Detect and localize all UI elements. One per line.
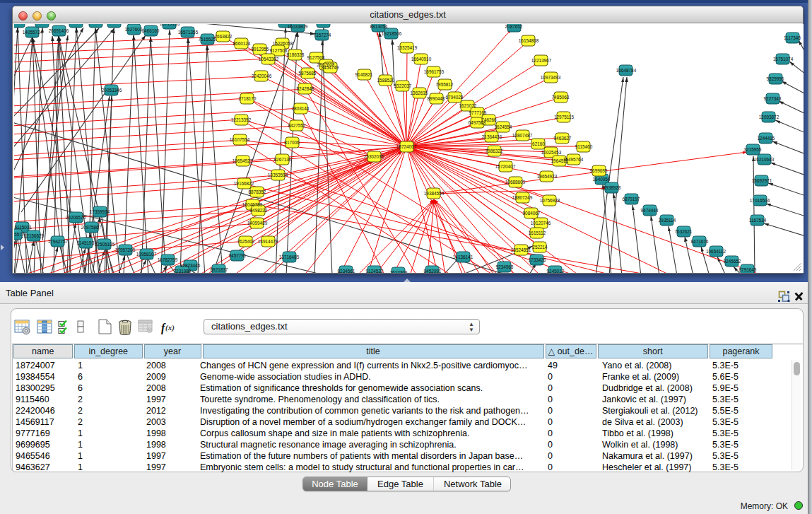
svg-text:7515525: 7515525 xyxy=(199,37,216,42)
svg-text:9457791: 9457791 xyxy=(229,253,247,258)
svg-text:16571355: 16571355 xyxy=(178,30,199,35)
svg-text:1733426: 1733426 xyxy=(529,257,546,262)
svg-text:12823446: 12823446 xyxy=(180,263,201,268)
svg-text:17957205: 17957205 xyxy=(115,247,136,252)
svg-text:10973493: 10973493 xyxy=(541,75,561,80)
svg-text:8186328: 8186328 xyxy=(287,52,305,57)
svg-text:6879197: 6879197 xyxy=(623,197,640,201)
svg-text:(x): (x) xyxy=(165,323,175,332)
svg-text:20975867: 20975867 xyxy=(81,225,102,230)
svg-text:1167534: 1167534 xyxy=(749,218,767,223)
svg-text:3215955: 3215955 xyxy=(744,147,762,152)
svg-text:15226058: 15226058 xyxy=(273,41,293,46)
svg-text:16648784: 16648784 xyxy=(616,68,637,73)
svg-text:1621072: 1621072 xyxy=(459,103,477,108)
svg-text:6794028: 6794028 xyxy=(446,95,464,100)
svg-text:9915577: 9915577 xyxy=(14,232,25,237)
svg-text:18724007: 18724007 xyxy=(396,144,417,149)
svg-text:10807487: 10807487 xyxy=(512,133,533,138)
svg-text:7485063: 7485063 xyxy=(552,95,570,100)
svg-text:10046789: 10046789 xyxy=(242,202,263,207)
svg-text:8660124: 8660124 xyxy=(233,41,251,46)
svg-text:252214: 252214 xyxy=(532,245,548,250)
svg-text:1527602: 1527602 xyxy=(125,27,143,32)
svg-text:12505105: 12505105 xyxy=(95,242,115,247)
svg-text:8791645: 8791645 xyxy=(739,267,757,272)
svg-text:1117345: 1117345 xyxy=(784,35,801,40)
svg-text:10120746: 10120746 xyxy=(531,221,551,226)
svg-text:1588520: 1588520 xyxy=(377,78,395,83)
svg-text:17942757: 17942757 xyxy=(48,239,69,244)
svg-text:22420046: 22420046 xyxy=(252,74,272,78)
svg-text:19654923: 19654923 xyxy=(537,174,558,179)
svg-text:12213392: 12213392 xyxy=(231,117,252,122)
svg-text:817006: 817006 xyxy=(284,140,300,145)
svg-text:7625402: 7625402 xyxy=(237,239,255,244)
svg-text:8912955: 8912955 xyxy=(252,47,269,52)
svg-text:1244415: 1244415 xyxy=(758,136,775,141)
svg-text:9227343: 9227343 xyxy=(764,96,782,101)
svg-text:9127508: 9127508 xyxy=(307,55,325,60)
svg-text:8234561: 8234561 xyxy=(338,269,355,273)
svg-text:19218506: 19218506 xyxy=(382,31,402,36)
svg-text:13716485: 13716485 xyxy=(279,255,300,259)
svg-text:16115001: 16115001 xyxy=(66,24,86,25)
svg-text:16210643: 16210643 xyxy=(754,157,775,162)
svg-text:12156829: 12156829 xyxy=(24,233,45,238)
svg-text:6921837: 6921837 xyxy=(211,267,228,272)
svg-text:16640910: 16640910 xyxy=(411,57,432,62)
svg-text:14055724: 14055724 xyxy=(23,30,43,35)
svg-text:2087652: 2087652 xyxy=(505,24,523,29)
svg-text:13524851: 13524851 xyxy=(511,247,531,252)
svg-text:18807249: 18807249 xyxy=(512,195,533,200)
svg-text:16033809: 16033809 xyxy=(288,24,308,29)
svg-text:10719155: 10719155 xyxy=(160,24,180,26)
svg-text:16107554: 16107554 xyxy=(230,137,250,142)
svg-text:16782759: 16782759 xyxy=(158,257,178,262)
svg-text:15751074: 15751074 xyxy=(773,57,794,62)
svg-text:3498222: 3498222 xyxy=(250,208,268,213)
svg-text:14099489: 14099489 xyxy=(247,221,268,226)
svg-text:7141562: 7141562 xyxy=(315,24,333,25)
svg-text:8471676: 8471676 xyxy=(691,239,709,244)
svg-text:15720407: 15720407 xyxy=(495,164,516,169)
svg-text:7955812: 7955812 xyxy=(436,82,454,87)
svg-text:13353594: 13353594 xyxy=(268,173,288,177)
svg-text:1615112: 1615112 xyxy=(529,230,546,235)
svg-text:1145193: 1145193 xyxy=(77,240,95,245)
svg-text:9474444: 9474444 xyxy=(641,208,659,213)
svg-text:8427552: 8427552 xyxy=(288,123,306,128)
svg-text:10543382: 10543382 xyxy=(259,57,279,62)
svg-text:7231980: 7231980 xyxy=(174,269,192,273)
svg-text:1964521: 1964521 xyxy=(551,158,569,163)
svg-text:3624554: 3624554 xyxy=(495,124,512,129)
svg-text:10025453: 10025453 xyxy=(541,150,562,155)
svg-text:8813054: 8813054 xyxy=(370,24,388,29)
svg-text:5875685: 5875685 xyxy=(299,71,317,76)
svg-text:14914479: 14914479 xyxy=(258,239,278,244)
svg-text:20206576: 20206576 xyxy=(66,215,86,220)
svg-text:8990448: 8990448 xyxy=(428,96,445,101)
svg-text:19654923: 19654923 xyxy=(233,158,253,163)
svg-text:9242848: 9242848 xyxy=(297,86,314,91)
svg-text:2803144: 2803144 xyxy=(292,106,310,111)
svg-text:21364436: 21364436 xyxy=(482,134,502,139)
svg-text:10654112: 10654112 xyxy=(706,249,726,254)
svg-text:9463627: 9463627 xyxy=(554,136,572,141)
svg-text:16115001: 16115001 xyxy=(14,225,32,230)
svg-text:19166822: 19166822 xyxy=(234,181,254,186)
svg-text:10653267: 10653267 xyxy=(104,24,124,25)
svg-text:7632621: 7632621 xyxy=(675,229,693,234)
svg-text:1640954: 1640954 xyxy=(593,177,611,182)
svg-text:9329996: 9329996 xyxy=(767,76,784,81)
svg-text:7986322: 7986322 xyxy=(486,148,503,153)
svg-text:9146821: 9146821 xyxy=(355,72,373,77)
svg-text:20691406: 20691406 xyxy=(49,28,69,33)
svg-text:746266: 746266 xyxy=(481,117,497,122)
svg-text:9699695: 9699695 xyxy=(590,168,608,173)
svg-text:6466160: 6466160 xyxy=(142,28,160,33)
svg-text:12093872: 12093872 xyxy=(759,115,779,119)
svg-text:25302035: 25302035 xyxy=(364,154,384,159)
svg-text:10756928: 10756928 xyxy=(540,198,560,203)
svg-text:16961755: 16961755 xyxy=(424,69,445,74)
